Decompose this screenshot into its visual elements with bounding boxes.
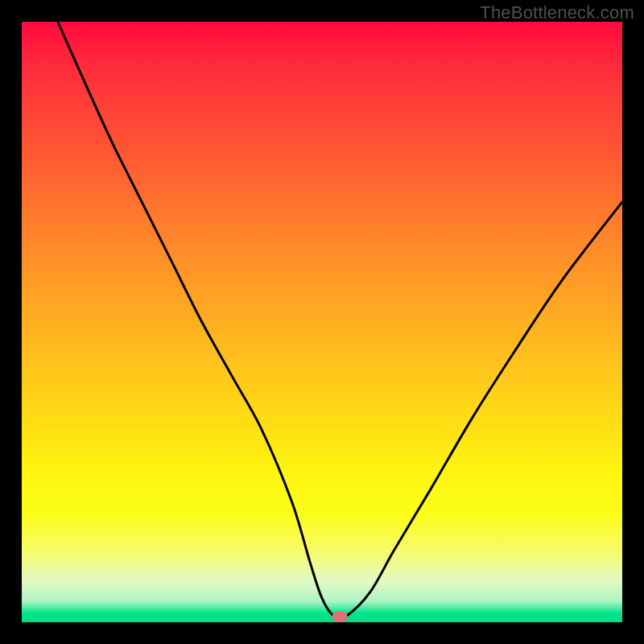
bottleneck-curve: [22, 22, 622, 622]
chart-frame: TheBottleneck.com: [0, 0, 644, 644]
optimal-point-marker: [332, 611, 348, 621]
plot-area: [22, 22, 622, 622]
watermark-text: TheBottleneck.com: [480, 2, 634, 23]
